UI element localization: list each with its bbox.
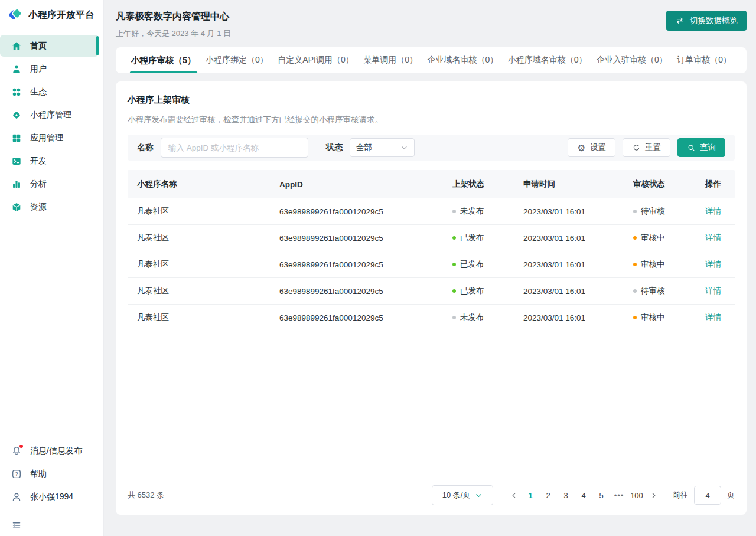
next-page-button[interactable] — [646, 486, 661, 505]
page-3[interactable]: 3 — [558, 486, 573, 505]
develop-icon — [11, 156, 22, 166]
status-text: 已发布 — [460, 233, 484, 243]
logo-mark-icon — [7, 6, 24, 23]
tab-bar: 小程序审核（5）小程序绑定（0）自定义API调用（0）菜单调用（0）企业域名审核… — [116, 47, 747, 73]
cell-review-status: 待审核 — [633, 206, 705, 217]
home-icon — [11, 41, 22, 51]
table-body: 凡泰社区63e989899261fa00012029c5未发布2023/03/0… — [128, 198, 735, 331]
pagination: 共 6532 条 10 条/页 12345•••100 前往 页 — [128, 478, 735, 505]
status-dot-gray — [633, 289, 637, 293]
sidebar-item-label: 应用管理 — [30, 133, 63, 143]
total-count: 共 6532 条 — [128, 490, 164, 501]
cell-app-id: 63e989899261fa00012029c5 — [279, 287, 452, 296]
review-table: 小程序名称AppID上架状态申请时间审核状态操作 凡泰社区63e98989926… — [128, 170, 735, 331]
resource-icon — [11, 202, 22, 213]
page-numbers: 12345•••100 — [522, 486, 646, 505]
cell-miniapp-name: 凡泰社区 — [137, 312, 279, 323]
sidebar-item-home[interactable]: 首页 — [0, 35, 99, 57]
tab-menu-call[interactable]: 菜单调用（0） — [363, 47, 418, 73]
table-row: 凡泰社区63e989899261fa00012029c5未发布2023/03/0… — [128, 305, 735, 331]
page-1[interactable]: 1 — [523, 486, 538, 505]
sidebar-item-label: 首页 — [30, 41, 47, 51]
search-button-label: 查询 — [700, 142, 716, 153]
status-filter-label: 状态 — [326, 142, 343, 153]
page-4[interactable]: 4 — [576, 486, 591, 505]
sidebar-item-label: 帮助 — [30, 469, 47, 479]
status-text: 审核中 — [641, 259, 665, 270]
greeting-text: 上午好，今天是 2023 年 4 月 1 日 — [116, 28, 231, 39]
tab-miniapp-domain-review[interactable]: 小程序域名审核（0） — [508, 47, 587, 73]
detail-link[interactable]: 详情 — [705, 206, 735, 217]
detail-link[interactable]: 详情 — [705, 259, 735, 270]
table-row: 凡泰社区63e989899261fa00012029c5已发布2023/03/0… — [128, 251, 735, 278]
sidebar-item-miniapp-manage[interactable]: 小程序管理 — [0, 104, 99, 126]
chevron-down-icon — [475, 492, 483, 499]
app-manage-icon — [11, 133, 22, 143]
sidebar-item-messages[interactable]: 消息/信息发布 — [0, 440, 99, 462]
reset-button[interactable]: 重置 — [623, 138, 670, 157]
detail-link[interactable]: 详情 — [705, 233, 735, 243]
cell-apply-time: 2023/03/01 16:01 — [523, 234, 633, 243]
cell-publish-status: 未发布 — [452, 206, 523, 217]
page-title: 凡泰极客数字内容管理中心 — [116, 11, 231, 23]
goto-page-input[interactable] — [694, 486, 721, 505]
sidebar-item-account[interactable]: 张小强1994 — [0, 486, 99, 508]
goto-unit: 页 — [727, 490, 735, 501]
cell-publish-status: 已发布 — [452, 286, 523, 296]
cell-miniapp-name: 凡泰社区 — [137, 233, 279, 243]
status-text: 待审核 — [641, 286, 665, 296]
collapse-sidebar-button[interactable] — [0, 514, 103, 536]
page-2[interactable]: 2 — [540, 486, 556, 505]
analysis-icon — [11, 179, 22, 189]
page-100[interactable]: 100 — [629, 486, 644, 505]
column-header: 小程序名称 — [137, 179, 279, 189]
status-dot-gray — [633, 210, 637, 213]
settings-button-label: 设置 — [590, 142, 606, 153]
tab-miniapp-review[interactable]: 小程序审核（5） — [131, 47, 196, 73]
sidebar-item-users[interactable]: 用户 — [0, 58, 99, 80]
status-select[interactable]: 全部 — [350, 138, 415, 157]
toggle-data-overview-button[interactable]: 切换数据概览 — [666, 11, 747, 31]
prev-page-button[interactable] — [506, 486, 522, 505]
filter-actions: ⚙ 设置 重置 查询 — [568, 138, 725, 157]
sidebar-item-ecosystem[interactable]: 生态 — [0, 81, 99, 103]
sidebar-item-app-manage[interactable]: 应用管理 — [0, 127, 99, 149]
tab-enterprise-onboard-review[interactable]: 企业入驻审核（0） — [597, 47, 667, 73]
table-header-row: 小程序名称AppID上架状态申请时间审核状态操作 — [128, 170, 735, 198]
sidebar-menu: 首页用户生态小程序管理应用管理开发分析资源 — [0, 30, 103, 219]
sidebar-item-analysis[interactable]: 分析 — [0, 173, 99, 195]
sidebar-item-label: 小程序管理 — [30, 110, 71, 120]
tab-enterprise-domain-review[interactable]: 企业域名审核（0） — [427, 47, 498, 73]
status-dot-green — [452, 263, 456, 266]
status-text: 已发布 — [460, 259, 484, 270]
cell-miniapp-name: 凡泰社区 — [137, 286, 279, 296]
detail-link[interactable]: 详情 — [705, 286, 735, 296]
pager: 12345•••100 — [506, 486, 661, 505]
tab-miniapp-bind[interactable]: 小程序绑定（0） — [206, 47, 268, 73]
chevron-right-icon — [650, 492, 657, 499]
status-text: 审核中 — [641, 312, 665, 323]
sidebar-item-help[interactable]: ?帮助 — [0, 463, 99, 485]
settings-button[interactable]: ⚙ 设置 — [568, 138, 615, 157]
column-header: 审核状态 — [633, 179, 705, 189]
page-size-select[interactable]: 10 条/页 — [432, 485, 493, 505]
column-header: 操作 — [705, 179, 735, 189]
sidebar-item-resource[interactable]: 资源 — [0, 196, 99, 218]
gear-icon: ⚙ — [577, 143, 586, 152]
page-5[interactable]: 5 — [594, 486, 609, 505]
detail-link[interactable]: 详情 — [705, 312, 735, 323]
page-ellipsis[interactable]: ••• — [611, 486, 627, 505]
cell-apply-time: 2023/03/01 16:01 — [523, 260, 633, 269]
status-select-value: 全部 — [356, 142, 372, 153]
tab-order-review[interactable]: 订单审核（0） — [677, 47, 731, 73]
chevron-down-icon — [400, 143, 408, 152]
search-button[interactable]: 查询 — [677, 138, 725, 157]
name-search-input[interactable] — [161, 138, 308, 158]
notification-badge — [19, 445, 23, 448]
tab-custom-api[interactable]: 自定义API调用（0） — [278, 47, 353, 73]
bell-icon — [11, 446, 22, 456]
sidebar-item-develop[interactable]: 开发 — [0, 150, 99, 172]
user-icon — [11, 64, 22, 74]
status-dot-gray — [452, 210, 456, 213]
status-dot-gray — [452, 316, 456, 319]
